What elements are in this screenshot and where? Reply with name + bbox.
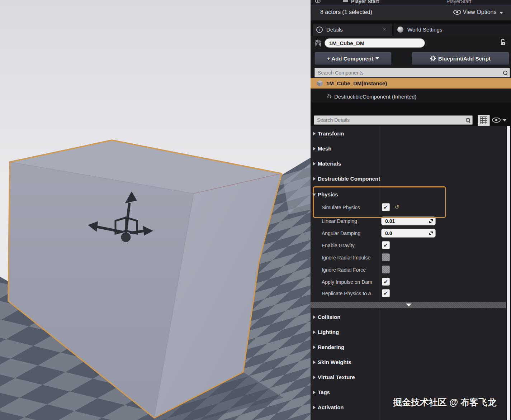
- tab-world-settings-label: World Settings: [407, 27, 442, 33]
- property-row-replicate-physics: Replicate Physics to A ✔: [311, 288, 506, 299]
- angular-damping-input[interactable]: 0.0: [381, 229, 436, 238]
- property-row-apply-impulse-on-damage: Apply Impulse on Dam ✔: [311, 277, 506, 287]
- blueprint-label: Blueprint/Add Script: [438, 56, 491, 62]
- search-components-input[interactable]: [315, 68, 510, 77]
- category-destructible-component[interactable]: Destructible Component: [311, 173, 506, 184]
- search-details-input[interactable]: [314, 116, 472, 124]
- actor-count: 8 actors (1 selected): [320, 9, 372, 15]
- tab-details[interactable]: Details ×: [313, 24, 392, 36]
- search-icon: [465, 118, 470, 123]
- blueprint-add-script-button[interactable]: Blueprint/Add Script: [412, 52, 509, 65]
- value-drag-icon: [429, 231, 433, 235]
- chevron-down-icon[interactable]: [503, 119, 506, 121]
- category-mesh[interactable]: Mesh: [311, 143, 506, 154]
- actor-label[interactable]: Player Start: [351, 0, 379, 4]
- category-rendering[interactable]: Rendering: [311, 342, 506, 353]
- outliner-row-playerstart[interactable]: Player Start PlayerStart: [311, 0, 511, 5]
- display-filter-eye-icon[interactable]: [492, 118, 501, 123]
- collapse-arrow-icon: [312, 194, 316, 196]
- visibility-eye-icon[interactable]: [315, 0, 321, 3]
- chevron-down-icon: [500, 12, 503, 14]
- add-component-label: + Add Component: [327, 56, 373, 62]
- reset-to-default-icon[interactable]: ↺: [394, 204, 399, 210]
- expand-arrow-icon: [313, 162, 316, 166]
- details-panel: Player Start PlayerStart 8 actors (1 sel…: [311, 0, 511, 420]
- component-cube-icon: [316, 80, 323, 87]
- add-component-button[interactable]: + Add Component: [314, 52, 392, 65]
- tab-details-label: Details: [326, 27, 343, 33]
- enable-gravity-checkbox[interactable]: ✔: [382, 241, 390, 249]
- expand-arrow-icon: [313, 406, 316, 409]
- eye-icon: [453, 10, 461, 15]
- actor-name-input[interactable]: [325, 38, 425, 48]
- property-row-enable-gravity: Enable Gravity ✔: [311, 240, 506, 251]
- component-buttons-row: + Add Component Blueprint/Add Script: [311, 51, 511, 67]
- ignore-radial-impulse-checkbox[interactable]: [382, 253, 390, 261]
- chevron-down-icon: [406, 304, 412, 306]
- property-row-simulate-physics: Simulate Physics ✔ ↺: [311, 202, 506, 213]
- property-row-ignore-radial-force: Ignore Radial Force: [311, 264, 506, 275]
- details-scrollbar[interactable]: [506, 126, 511, 420]
- replicate-physics-checkbox[interactable]: ✔: [382, 289, 390, 297]
- player-start-icon: [343, 0, 348, 2]
- component-label: 1M_Cube_DM(Instance): [326, 80, 387, 86]
- outliner-status-bar: 8 actors (1 selected) View Options: [311, 5, 511, 20]
- view-options-button[interactable]: View Options: [453, 9, 503, 15]
- watermark-text: 掘金技术社区 @ 布客飞龙: [393, 396, 508, 408]
- expand-arrow-icon: [313, 177, 316, 181]
- search-details-box[interactable]: [314, 115, 473, 125]
- viewport-3d[interactable]: [0, 0, 311, 420]
- category-physics[interactable]: Physics: [311, 189, 506, 200]
- expand-arrow-icon: [313, 361, 316, 364]
- details-property-list: Transform Mesh Materials Destructible Co…: [311, 126, 511, 420]
- world-settings-globe-icon: [397, 27, 403, 33]
- category-transform[interactable]: Transform: [311, 128, 506, 139]
- component-row-instance[interactable]: 1M_Cube_DM(Instance): [311, 78, 511, 89]
- expand-arrow-icon: [313, 330, 316, 334]
- value-drag-icon: [429, 219, 433, 223]
- expand-arrow-icon: [313, 315, 316, 319]
- category-virtual-texture[interactable]: Virtual Texture: [311, 372, 506, 383]
- tab-close-icon[interactable]: ×: [383, 27, 386, 32]
- property-row-ignore-radial-impulse: Ignore Radial Impulse: [311, 252, 506, 263]
- component-row-destructible[interactable]: DestructibleComponent (Inherited): [311, 90, 511, 102]
- details-tab-icon: [316, 27, 323, 33]
- unreal-editor-window: Player Start PlayerStart 8 actors (1 sel…: [0, 0, 511, 420]
- search-details-row: [311, 114, 511, 126]
- scrollbar-thumb[interactable]: [507, 126, 510, 420]
- simulate-physics-checkbox[interactable]: ✔: [382, 203, 390, 211]
- component-label: DestructibleComponent (Inherited): [334, 94, 416, 100]
- expand-arrow-icon: [313, 147, 316, 151]
- expand-arrow-icon: [313, 391, 316, 394]
- viewport-scene: [0, 0, 311, 420]
- actor-name-row: [311, 36, 511, 51]
- destructible-actor-icon: [313, 39, 323, 48]
- category-lighting[interactable]: Lighting: [311, 327, 506, 338]
- panel-divider: [311, 102, 511, 114]
- search-icon: [503, 70, 508, 75]
- show-advanced-expander[interactable]: [311, 302, 506, 308]
- search-components-box[interactable]: [314, 68, 510, 77]
- destructible-component-icon: [326, 94, 332, 99]
- expand-arrow-icon: [313, 376, 316, 379]
- chevron-down-icon: [375, 57, 379, 59]
- property-row-angular-damping: Angular Damping 0.0: [311, 228, 506, 239]
- expand-arrow-icon: [313, 132, 316, 135]
- expand-arrow-icon: [313, 345, 316, 349]
- tab-strip: Details × World Settings: [311, 20, 511, 36]
- actor-type: PlayerStart: [446, 0, 471, 4]
- category-skin-weights[interactable]: Skin Weights: [311, 357, 506, 368]
- category-collision[interactable]: Collision: [311, 312, 506, 323]
- view-options-label: View Options: [463, 9, 496, 15]
- unlocked-padlock-icon[interactable]: [500, 39, 506, 46]
- category-materials[interactable]: Materials: [311, 158, 506, 169]
- ignore-radial-force-checkbox[interactable]: [382, 266, 390, 273]
- apply-impulse-checkbox[interactable]: ✔: [382, 278, 390, 286]
- gear-icon: [430, 56, 436, 61]
- property-matrix-icon[interactable]: [478, 115, 490, 126]
- tab-world-settings[interactable]: World Settings: [394, 24, 511, 36]
